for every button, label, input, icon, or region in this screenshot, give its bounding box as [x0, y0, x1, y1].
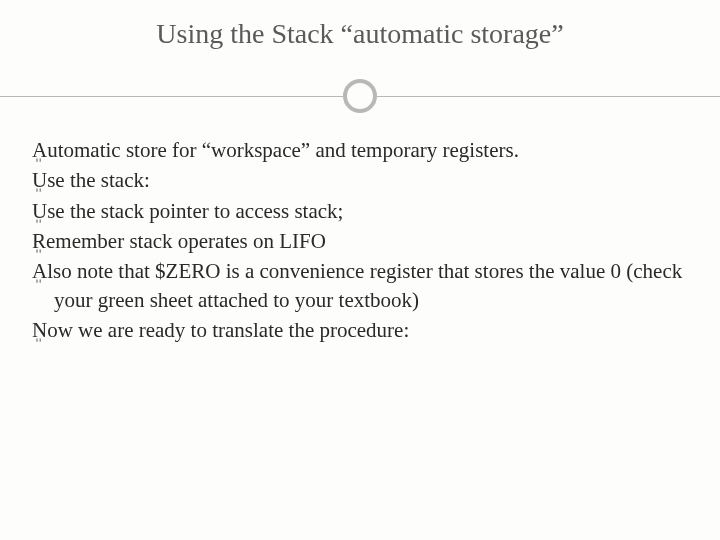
list-item: ܸRemember stack operates on LIFO — [32, 227, 688, 255]
bullet-text: Also note that $ZERO is a convenience re… — [32, 259, 682, 311]
list-item: ܸUse the stack pointer to access stack; — [32, 197, 688, 225]
bullet-text: Use the stack: — [32, 168, 150, 192]
list-item: ܸAutomatic store for “workspace” and tem… — [32, 136, 688, 164]
list-item: ܸAlso note that $ZERO is a convenience r… — [32, 257, 688, 314]
slide-title: Using the Stack “automatic storage” — [28, 18, 692, 50]
slide: Using the Stack “automatic storage” ܸAut… — [0, 0, 720, 540]
bullet-text: Use the stack pointer to access stack; — [32, 199, 343, 223]
bullet-text: Now we are ready to translate the proced… — [32, 318, 409, 342]
content-area: ܸAutomatic store for “workspace” and tem… — [28, 136, 692, 344]
title-divider — [28, 78, 692, 114]
list-item: ܸUse the stack: — [32, 166, 688, 194]
divider-circle-icon — [343, 79, 377, 113]
list-item: ܸNow we are ready to translate the proce… — [32, 316, 688, 344]
bullet-text: Automatic store for “workspace” and temp… — [32, 138, 519, 162]
bullet-text: Remember stack operates on LIFO — [32, 229, 326, 253]
